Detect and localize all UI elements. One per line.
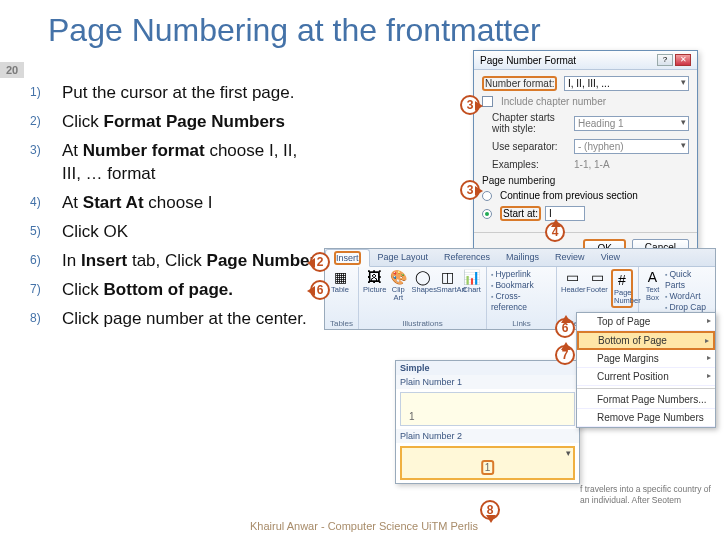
tab-references[interactable]: References — [436, 249, 498, 266]
smartart-button[interactable]: ◫SmartArt — [437, 269, 459, 294]
table-button[interactable]: ▦Table — [329, 269, 351, 294]
tab-review[interactable]: Review — [547, 249, 593, 266]
gallery-item-2[interactable]: 1 — [400, 446, 575, 480]
tab-page-layout[interactable]: Page Layout — [370, 249, 437, 266]
menu-top-of-page[interactable]: Top of Page▸ — [577, 313, 715, 331]
separator-label: Use separator: — [492, 141, 570, 152]
callout-7: 7 — [555, 345, 575, 365]
background-sample-text: f travelers into a specific country of a… — [580, 484, 720, 506]
tab-mailings[interactable]: Mailings — [498, 249, 547, 266]
step-1: Put the cursor at the first page. — [30, 82, 320, 105]
group-links: Links — [487, 319, 556, 328]
callout-3a: 3 — [460, 95, 480, 115]
gallery-section-2: Plain Number 2 — [396, 429, 579, 443]
step-7: Click Bottom of page. — [30, 279, 320, 302]
callout-6b: 6 — [555, 318, 575, 338]
tab-insert[interactable]: Insert — [325, 249, 370, 267]
callout-3b: 3 — [460, 180, 480, 200]
chart-button[interactable]: 📊Chart — [462, 269, 483, 294]
separator-select: - (hyphen) — [574, 139, 689, 154]
step-3: At Number format choose I, II, III, … fo… — [30, 140, 320, 186]
chapter-style-label: Chapter starts with style: — [492, 112, 570, 134]
step-6: In Insert tab, Click Page Number — [30, 250, 320, 273]
clipart-button[interactable]: 🎨Clip Art — [388, 269, 409, 302]
menu-bottom-of-page[interactable]: Bottom of Page▸ — [577, 331, 715, 350]
step-5: Click OK — [30, 221, 320, 244]
shapes-button[interactable]: ◯Shapes — [412, 269, 434, 294]
examples-value: 1-1, 1-A — [574, 159, 610, 170]
page-number-menu: Top of Page▸Bottom of Page▸Page Margins▸… — [576, 312, 716, 428]
textbox-button[interactable]: AText Box — [643, 269, 662, 302]
group-illustrations: Illustrations — [359, 319, 486, 328]
menu-remove-page-numbers[interactable]: Remove Page Numbers — [577, 409, 715, 427]
help-button[interactable]: ? — [657, 54, 673, 66]
picture-button[interactable]: 🖼Picture — [363, 269, 385, 294]
step-2: Click Format Page Numbers — [30, 111, 320, 134]
callout-4: 4 — [545, 222, 565, 242]
number-format-label: Number format: — [482, 78, 560, 89]
page-number-format-dialog: Page Number Format ? ✕ Number format: I,… — [473, 50, 698, 265]
links-list[interactable]: Hyperlink Bookmark Cross-reference — [491, 269, 552, 313]
page-number-gallery: Simple Plain Number 1 1 Plain Number 2 1 — [395, 360, 580, 484]
callout-6a: 6 — [310, 280, 330, 300]
callout-8: 8 — [480, 500, 500, 520]
gallery-section-1: Plain Number 1 — [396, 375, 579, 389]
dialog-title: Page Number Format — [480, 55, 576, 66]
menu-format-page-numbers[interactable]: Format Page Numbers... — [577, 391, 715, 409]
gallery-item-1[interactable]: 1 — [400, 392, 575, 426]
start-at-label: Start at: — [503, 208, 538, 219]
menu-page-margins[interactable]: Page Margins▸ — [577, 350, 715, 368]
text-list[interactable]: Quick Parts WordArt Drop Cap — [665, 269, 707, 313]
close-button[interactable]: ✕ — [675, 54, 691, 66]
step-8: Click page number at the center. — [30, 308, 320, 331]
header-button[interactable]: ▭Header — [561, 269, 583, 294]
callout-2: 2 — [310, 252, 330, 272]
footer-credit: Khairul Anwar - Computer Science UiTM Pe… — [0, 520, 728, 532]
include-chapter-label: Include chapter number — [501, 96, 606, 107]
page-number-button[interactable]: #Page Number — [611, 269, 633, 308]
step-4: At Start At choose I — [30, 192, 320, 215]
group-tables: Tables — [325, 319, 358, 328]
chapter-style-select: Heading 1 — [574, 116, 689, 131]
gallery-heading: Simple — [396, 361, 579, 375]
tab-view[interactable]: View — [593, 249, 628, 266]
examples-label: Examples: — [492, 159, 570, 170]
page-numbering-section: Page numbering — [482, 175, 689, 186]
continue-label: Continue from previous section — [500, 190, 638, 201]
slide-number-badge: 20 — [0, 62, 24, 78]
instruction-list: Put the cursor at the first page.Click F… — [30, 82, 320, 336]
footer-button[interactable]: ▭Footer — [586, 269, 608, 294]
number-format-select[interactable]: I, II, III, ... — [564, 76, 689, 91]
menu-current-position[interactable]: Current Position▸ — [577, 368, 715, 386]
start-at-radio[interactable] — [482, 209, 492, 219]
